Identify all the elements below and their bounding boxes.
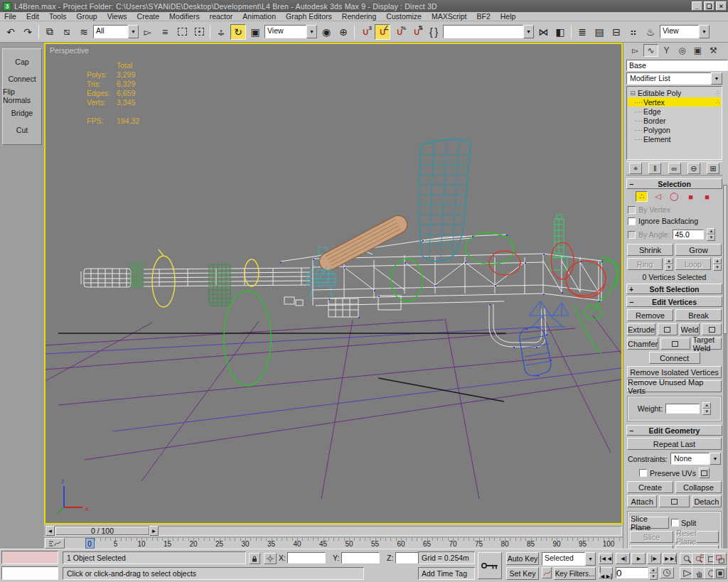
by-angle-field[interactable] <box>673 230 704 239</box>
select-object-icon[interactable]: ▻ <box>140 24 156 40</box>
bind-to-space-warp-icon[interactable]: ≋ <box>76 24 92 40</box>
menu-reactor[interactable]: reactor <box>210 12 233 21</box>
soft-selection-rollout-header[interactable]: + Soft Selection <box>626 284 722 294</box>
y-coordinate-field[interactable] <box>341 552 380 564</box>
zoom-extents-all-icon[interactable] <box>713 553 727 565</box>
collapse-button[interactable]: Collapse <box>675 481 722 493</box>
frame-spinner[interactable]: ▲▼ <box>649 567 658 578</box>
by-vertex-checkbox[interactable] <box>628 206 636 214</box>
menu-views[interactable]: Views <box>107 12 127 21</box>
frame-ruler[interactable]: 0 05101520253035404550556065707580859095… <box>65 538 623 549</box>
maxscript-listener-macro[interactable] <box>1 551 58 564</box>
add-time-tag[interactable]: Add Time Tag <box>418 567 475 580</box>
chevron-down-icon[interactable]: ▼ <box>699 25 710 38</box>
target-weld-button[interactable]: Target Weld <box>692 338 722 350</box>
snaps-toggle-icon[interactable]: ∪3 <box>358 24 373 40</box>
maximize-viewport-toggle-icon[interactable] <box>713 567 727 579</box>
chamfer-settings-button[interactable] <box>660 338 690 350</box>
grow-button[interactable]: Grow <box>675 244 722 256</box>
slice-button[interactable]: Slice <box>630 531 673 543</box>
display-tab-icon[interactable]: ▣ <box>690 44 705 57</box>
select-and-manipulate-icon[interactable]: ⊕ <box>336 24 351 40</box>
mini-curve-editor-button[interactable] <box>45 538 65 549</box>
ignore-backfacing-checkbox[interactable] <box>628 217 636 225</box>
show-end-result-icon[interactable]: ‖ <box>648 163 661 174</box>
layer-manager-icon[interactable]: ≣ <box>574 24 590 40</box>
menu-rendering[interactable]: Rendering <box>342 12 376 21</box>
element-subobject-icon[interactable]: ■ <box>701 191 713 202</box>
menu-create[interactable]: Create <box>137 12 160 21</box>
selection-lock-toggle[interactable] <box>249 553 260 564</box>
viewport-label[interactable]: Perspective <box>50 46 89 55</box>
menu-maxscript[interactable]: MAXScript <box>432 12 467 21</box>
spinner-snap-toggle-icon[interactable]: ∪⇅ <box>409 24 424 40</box>
rectangular-selection-region-icon[interactable] <box>174 24 190 40</box>
material-editor-icon[interactable]: ⠶ <box>626 24 641 40</box>
border-subobject-icon[interactable]: ◯ <box>668 191 680 202</box>
menu-tools[interactable]: Tools <box>49 12 67 21</box>
connect-button[interactable]: Connect <box>3 70 41 87</box>
key-mode-toggle[interactable]: |◄►| <box>599 567 613 578</box>
connect-button[interactable]: Connect <box>649 352 700 364</box>
split-checkbox[interactable] <box>671 519 679 527</box>
pin-stack-icon[interactable]: ⌖ <box>629 163 642 174</box>
tree-toggle-icon[interactable]: ⊟ <box>628 90 638 97</box>
menu-animation[interactable]: Animation <box>242 12 276 21</box>
bridge-button[interactable]: Bridge <box>3 104 41 122</box>
absolute-mode-toggle[interactable] <box>264 553 277 564</box>
chamfer-button[interactable]: Chamfer <box>627 338 658 350</box>
chevron-down-icon[interactable]: ▼ <box>306 25 317 38</box>
angle-snap-toggle-icon[interactable]: ∪∠ <box>375 24 390 40</box>
chevron-down-icon[interactable]: ▼ <box>585 552 596 566</box>
utilities-tab-icon[interactable]: ⚒ <box>706 44 721 57</box>
menu-group[interactable]: Group <box>77 12 97 21</box>
loop-spinner[interactable]: ▲▼ <box>713 258 722 271</box>
motion-tab-icon[interactable]: ◎ <box>675 44 690 57</box>
weight-spinner[interactable]: ▲▼ <box>702 402 711 415</box>
perspective-viewport[interactable]: Perspective Total Polys:3,299Tris:6,329E… <box>44 43 623 524</box>
auto-key-button[interactable]: Auto Key <box>506 552 539 565</box>
minimize-button[interactable]: _ <box>692 1 702 11</box>
make-unique-icon[interactable]: ∞ <box>668 163 681 174</box>
attach-button[interactable]: Attach <box>627 495 657 507</box>
remove-modifier-icon[interactable]: ⊖ <box>687 163 700 174</box>
close-button[interactable]: × <box>716 1 727 11</box>
key-scope-dropdown[interactable]: Selected▼ <box>542 552 596 566</box>
chevron-down-icon[interactable]: ▼ <box>710 453 721 465</box>
go-to-end-button[interactable]: ►►| <box>663 553 677 564</box>
ring-button[interactable]: Ring <box>627 258 663 270</box>
loop-button[interactable]: Loop <box>675 258 711 270</box>
weld-button[interactable]: Weld <box>680 323 700 335</box>
command-panel-scrollbar[interactable] <box>723 185 727 549</box>
constraints-dropdown[interactable]: None ▼ <box>670 453 721 465</box>
select-and-rotate-icon[interactable]: ↻ <box>230 24 246 40</box>
configure-modifier-sets-icon[interactable]: ⊞ <box>707 163 719 174</box>
stack-item-vertex[interactable]: ····Vertex∴ <box>628 97 721 107</box>
next-frame-button[interactable]: |► <box>647 553 661 564</box>
object-name-field[interactable] <box>626 60 728 71</box>
preserve-uvs-checkbox[interactable] <box>639 469 647 477</box>
chevron-down-icon[interactable]: ▼ <box>128 25 139 38</box>
current-frame-field[interactable] <box>616 567 648 578</box>
previous-frame-button[interactable]: ◄| <box>616 553 630 564</box>
polygon-subobject-icon[interactable]: ■ <box>685 191 697 202</box>
time-slider-next-button[interactable]: ► <box>149 526 159 536</box>
preserve-uvs-settings-button[interactable] <box>699 468 710 478</box>
remove-button[interactable]: Remove <box>627 309 673 321</box>
detach-button[interactable]: Detach <box>692 495 722 507</box>
title-bar[interactable]: 3 L4Bren.max - Project Folder: C:\Users\… <box>0 0 728 12</box>
time-slider[interactable]: 0 / 100 <box>55 527 149 535</box>
go-to-start-button[interactable]: |◄◄ <box>599 553 613 564</box>
by-angle-spinner[interactable]: ▲▼ <box>707 228 715 241</box>
weight-field[interactable] <box>665 404 700 414</box>
restore-button[interactable]: ❏ <box>704 1 714 11</box>
menu-bf2[interactable]: BF2 <box>477 12 491 21</box>
vertex-subobject-icon[interactable]: ∴ <box>636 191 648 202</box>
curve-editor-icon[interactable]: ▤ <box>592 24 607 40</box>
select-and-link-icon[interactable]: ⧉ <box>42 24 58 40</box>
default-in-out-tangent-icon[interactable] <box>542 567 552 578</box>
x-coordinate-field[interactable] <box>287 552 326 564</box>
reset-plane-button[interactable]: Reset Plane <box>675 531 719 543</box>
menu-modifiers[interactable]: Modifiers <box>169 12 200 21</box>
render-setup-icon[interactable]: ♨ <box>643 24 658 40</box>
